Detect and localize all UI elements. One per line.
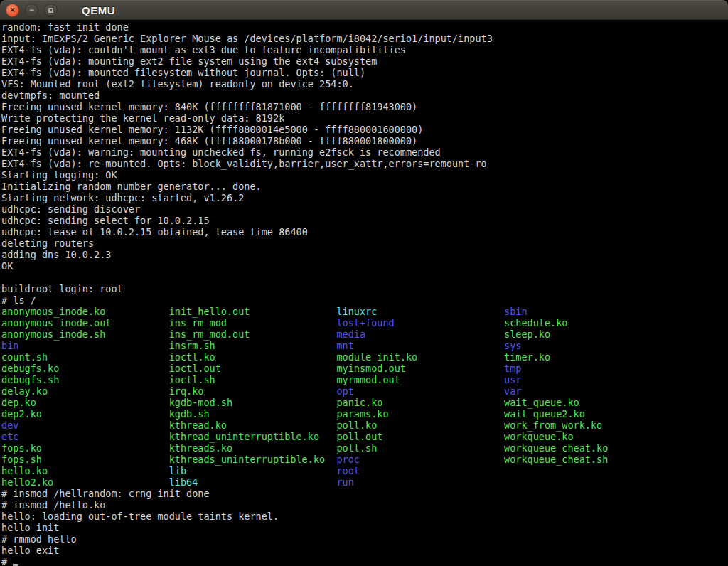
terminal-line: EXT4-fs (vda): warning: mounting uncheck… [1,146,728,158]
file-entry-file: schedule.ko [504,317,567,329]
terminal-line: EXT4-fs (vda): re-mounted. Opts: block_v… [1,158,728,169]
file-entry-file: poll.out [336,431,504,442]
close-button[interactable]: × [6,4,19,17]
terminal-line: hello exit [1,545,728,556]
file-entry-file: ins_rm_mod [169,317,337,329]
file-entry-link: lib64 [169,476,337,488]
file-entry-file: myinsmod.out [336,363,504,374]
file-entry-file: work_from_work.ko [504,420,602,431]
file-entry-file: wait_queue.ko [504,397,579,408]
minimize-button[interactable]: − [25,4,38,17]
terminal-line: EXT4-fs (vda): mounting ext2 file system… [1,55,728,67]
ls-output-row: anonymous_inode.koinit_hello.outlinuxrcs… [1,306,728,317]
file-entry-file: sleep.ko [504,329,550,340]
file-entry-file: ins_rm_mod.out [169,329,337,340]
terminal-screen[interactable]: random: fast init doneinput: ImExPS/2 Ge… [0,20,728,566]
terminal-line: devtmpfs: mounted [1,90,728,101]
file-entry-file: count.sh [1,351,169,363]
file-entry-file: wait_queue2.ko [504,408,585,420]
window-titlebar[interactable]: × − QEMU [0,0,728,20]
file-entry-dir: root [336,465,360,476]
file-entry-file: anonymous_inode.ko [1,306,169,317]
file-entry-file: kthread.ko [169,420,337,431]
ls-output-row: delay.koirq.kooptvar [1,385,728,397]
shell-prompt-line: # [1,556,728,566]
file-entry-dir: mnt [336,340,504,351]
file-entry-file: hello.ko [1,465,169,476]
terminal-line: EXT4-fs (vda): couldn't mount as ext3 du… [1,44,728,55]
file-entry-file: anonymous_inode.sh [1,329,169,340]
ls-output-row: hello2.kolib64run [1,476,728,488]
file-entry-dir: sbin [504,306,528,317]
terminal-line: # ls / [1,294,728,306]
terminal-line: # insmod /hello.ko [1,499,728,511]
terminal-line: deleting routers [1,237,728,249]
terminal-line: udhcpc: lease of 10.0.2.15 obtained, lea… [1,226,728,237]
file-entry-dir: var [504,385,521,397]
file-entry-file: kthreads_uninterruptible.ko [169,454,337,465]
ls-output-row: dep2.kokgdb.shparams.kowait_queue2.ko [1,408,728,420]
terminal-line: Freeing unused kernel memory: 1132K (fff… [1,124,728,135]
file-entry-dir: media [336,329,504,340]
file-entry-dir: run [336,476,353,488]
file-entry-file: fops.ko [1,442,169,454]
file-entry-file: module_init.ko [336,351,504,363]
window-title: QEMU [82,4,115,16]
file-entry-dir: dev [1,420,169,431]
file-entry-dir: tmp [504,363,521,374]
file-entry-file: fops.sh [1,454,169,465]
ls-output-row: fops.kokthreads.kopoll.shworkqueue_cheat… [1,442,728,454]
file-entry-dir: lost+found [336,317,504,329]
file-entry-file: debugfs.sh [1,374,169,385]
terminal-line: buildroot login: root [1,283,728,294]
file-entry-file: delay.ko [1,385,169,397]
file-entry-dir: usr [504,374,521,385]
file-entry-file: dep.ko [1,397,169,408]
ls-output-row: devkthread.kopoll.kowork_from_work.ko [1,420,728,431]
file-entry-file: hello2.ko [1,476,169,488]
file-entry-file: kthreads.ko [169,442,337,454]
file-entry-file: insrm.sh [169,340,337,351]
file-entry-link: linuxrc [336,306,504,317]
terminal-line [1,272,728,283]
terminal-line: # insmod /hellrandom: crng init done [1,488,728,499]
file-entry-file: dep2.ko [1,408,169,420]
terminal-line: OK [1,260,728,272]
minimize-icon: − [29,6,34,14]
qemu-window: × − QEMU random: fast init doneinput: Im… [0,0,728,566]
terminal-line: Starting logging: OK [1,169,728,181]
terminal-line: Freeing unused kernel memory: 840K (ffff… [1,101,728,112]
file-entry-file: params.ko [336,408,504,420]
terminal-line: udhcpc: sending discover [1,203,728,215]
terminal-line: Write protecting the kernel read-only da… [1,112,728,124]
terminal-line: EXT4-fs (vda): mounted filesystem withou… [1,67,728,78]
file-entry-file: kthread_uninterruptible.ko [169,431,337,442]
maximize-button[interactable] [44,4,58,17]
ls-output-row: anonymous_inode.outins_rm_modlost+founds… [1,317,728,329]
terminal-line: input: ImExPS/2 Generic Explorer Mouse a… [1,33,728,44]
file-entry-file: kgdb.sh [169,408,337,420]
terminal-line: udhcpc: sending select for 10.0.2.15 [1,215,728,226]
file-entry-dir: etc [1,431,169,442]
file-entry-file: poll.ko [336,420,504,431]
file-entry-file: irq.ko [169,385,337,397]
terminal-line: random: fast init done [1,21,728,33]
ls-output-row: dep.kokgdb-mod.shpanic.kowait_queue.ko [1,397,728,408]
file-entry-dir: bin [1,340,169,351]
file-entry-file: debugfs.ko [1,363,169,374]
ls-output-row: anonymous_inode.shins_rm_mod.outmediasle… [1,329,728,340]
ls-output-row: etckthread_uninterruptible.kopoll.outwor… [1,431,728,442]
file-entry-link: lib [169,465,337,476]
file-entry-file: timer.ko [504,351,550,363]
close-icon: × [10,6,15,14]
terminal-cursor [13,557,18,566]
terminal-line: hello init [1,522,728,533]
shell-prompt: # [1,556,13,566]
terminal-line: Freeing unused kernel memory: 468K (ffff… [1,135,728,146]
terminal-line: adding dns 10.0.2.3 [1,249,728,260]
terminal-line: hello: loading out-of-tree module taints… [1,511,728,522]
file-entry-file: poll.sh [336,442,504,454]
file-entry-dir: opt [336,385,504,397]
terminal-line: Starting network: udhcpc: started, v1.26… [1,192,728,203]
terminal-line: # rmmod hello [1,533,728,545]
